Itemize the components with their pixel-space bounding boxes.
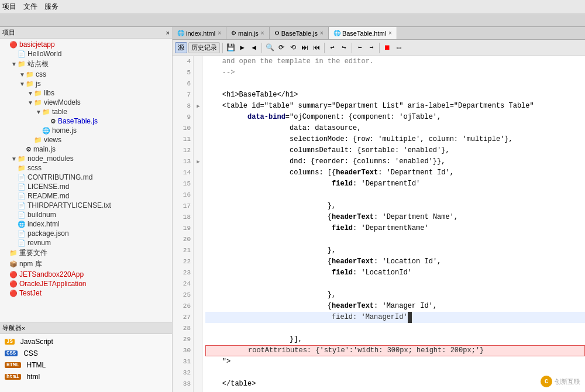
code-tag: </table> (205, 379, 256, 390)
tree-item[interactable]: 📁重要文件 (0, 247, 172, 259)
code-text: field: 'ManagerId' (205, 312, 408, 323)
tree-icon: 📦 (9, 260, 18, 268)
code-line: field: 'ManagerId'| (205, 312, 585, 323)
stop-icon[interactable]: ⏹ (382, 43, 393, 53)
tree-item[interactable]: 🌐home.js (0, 126, 172, 135)
tree-icon: 📁 (26, 80, 34, 88)
tree-label: package.json (27, 229, 69, 238)
gutter-cell (194, 56, 203, 67)
line-number: 34 (175, 390, 191, 392)
history-button[interactable]: 历史记录 (188, 42, 220, 53)
toolbar-icon-10[interactable]: ⬅ (355, 43, 365, 53)
tree-item[interactable]: 🌐index.html (0, 219, 172, 229)
toolbar-icon-3[interactable]: ◀ (249, 43, 259, 53)
toolbar-icon-11[interactable]: ➡ (366, 43, 377, 53)
menu-item-project[interactable]: 项目 (2, 2, 16, 12)
tree-icon: 📁 (42, 108, 50, 116)
tab-main-js[interactable]: ⚙main.js× (226, 27, 270, 39)
toolbar-icon-6[interactable]: ⏭ (300, 43, 310, 53)
tab-close-index-html[interactable]: × (218, 30, 221, 36)
gutter-cell (194, 379, 203, 390)
tab-basetable-js[interactable]: ⚙BaseTable.js× (270, 27, 329, 39)
code-content[interactable]: and open the template in the editor. -->… (203, 56, 585, 392)
menu-item-service[interactable]: 服务 (44, 2, 58, 12)
tree-item[interactable]: 🔴basicjetapp (0, 40, 172, 49)
tab-close-basetable-html[interactable]: × (388, 30, 392, 36)
code-editor[interactable]: 4567891011121314151617181920212223242526… (173, 56, 585, 392)
code-line: selectionMode: {row: 'multiple', column:… (205, 134, 585, 145)
source-button[interactable]: 源 (175, 42, 187, 53)
search-icon[interactable]: 🔍 (264, 43, 275, 53)
tree-item[interactable]: 📦npm 库 (0, 259, 172, 270)
tree-item[interactable]: ▼📁站点根 (0, 59, 172, 70)
watermark-text: 创新互联 (555, 377, 580, 386)
tree-item[interactable]: 🔴JETSandbox220App (0, 270, 172, 279)
tree-item[interactable]: ▼📁libs (0, 88, 172, 98)
tree-arrow: ▼ (27, 99, 34, 106)
code-text: dnd: {reorder: {columns: 'enabled'}}, (205, 156, 445, 167)
tree-item[interactable]: ▼📁table (0, 107, 172, 116)
code-tag: <table id="table" summary="Department Li… (205, 101, 534, 112)
nav-item[interactable]: HTMLHTML (2, 360, 170, 370)
tree-item[interactable]: ▼📁node_modules (0, 154, 172, 163)
tree-item[interactable]: 🔴OracleJETApplication (0, 279, 172, 288)
toolbar-icon-12[interactable]: ▭ (394, 43, 404, 53)
tab-icon-main-js: ⚙ (231, 30, 236, 36)
gutter-cell (194, 301, 203, 312)
tree-icon: 📁 (34, 136, 42, 144)
toolbar-icon-8[interactable]: ↩ (327, 43, 338, 53)
navigator-close-icon[interactable]: × (22, 325, 25, 332)
tab-index-html[interactable]: 🌐index.html× (173, 27, 226, 39)
tab-close-main-js[interactable]: × (261, 30, 264, 36)
tree-item[interactable]: ⚙main.js (0, 145, 172, 154)
code-line: and open the template in the editor. (205, 56, 585, 67)
nav-item[interactable]: htmlhtml (2, 372, 170, 382)
tree-label: npm 库 (19, 259, 42, 269)
toolbar-icon-5[interactable]: ⟲ (288, 43, 298, 53)
nav-type-icon: JS (5, 339, 15, 345)
tree-item[interactable]: 📄THIRDPARTYLICENSE.txt (0, 201, 172, 210)
tree-item[interactable]: 📄buildnum (0, 210, 172, 219)
nav-item[interactable]: CSSCSS (2, 348, 170, 359)
line-number: 10 (175, 123, 191, 134)
tree-item[interactable]: 📄CONTRIBUTING.md (0, 173, 172, 182)
menu-item-file[interactable]: 文件 (23, 2, 37, 12)
tree-item[interactable]: 📄package.json (0, 229, 172, 238)
tree-item[interactable]: ⚙BaseTable.js (0, 116, 172, 126)
tree-item[interactable]: ▼📁viewModels (0, 98, 172, 107)
toolbar-icon-9[interactable]: ↪ (339, 43, 349, 53)
code-line: data: datasource, (205, 123, 585, 134)
tree-item[interactable]: 📄LICENSE.md (0, 182, 172, 191)
line-number: 19 (175, 223, 191, 234)
tree-item[interactable]: 📁views (0, 135, 172, 145)
code-line: columns: [{headerText: 'Department Id', (205, 167, 585, 178)
code-line (205, 234, 585, 245)
tree-label: BaseTable.js (58, 117, 98, 125)
gutter-cell (194, 167, 203, 178)
tree-item[interactable]: 📄README.md (0, 191, 172, 201)
tab-basetable-html[interactable]: 🌐BaseTable.html× (329, 27, 397, 39)
tree-item[interactable]: ▼📁js (0, 79, 172, 88)
panel-close-icon[interactable]: × (166, 29, 170, 36)
tree-icon: ⚙ (50, 118, 56, 125)
navigator-panel: 导航器 × JSJavaScriptCSSCSSHTMLHTMLhtmlhtml (0, 322, 172, 392)
line-number: 15 (175, 178, 191, 190)
toolbar-icon-2[interactable]: ▶ (237, 43, 247, 53)
toolbar-icon-4[interactable]: ⟳ (276, 43, 287, 53)
toolbar-separator-1 (222, 43, 223, 53)
tree-label: index.html (27, 220, 60, 228)
code-text: selectionMode: {row: 'multiple', column:… (205, 134, 513, 145)
toolbar-icon-7[interactable]: ⏮ (311, 43, 322, 53)
tree-item[interactable]: ▼📁css (0, 70, 172, 79)
tab-close-basetable-js[interactable]: × (320, 30, 324, 36)
tree-item[interactable]: 📁scss (0, 163, 172, 173)
nav-item[interactable]: JSJavaScript (2, 336, 170, 347)
tree-item[interactable]: 🔴TestJet (0, 288, 172, 298)
tree-icon: 📄 (18, 192, 26, 200)
nav-type-icon: html (5, 374, 21, 380)
tree-item[interactable]: 📄revnum (0, 238, 172, 247)
tree-item[interactable]: 📄HelloWorld (0, 49, 172, 59)
tree-icon: 📄 (18, 239, 26, 247)
save-icon[interactable]: 💾 (225, 43, 236, 53)
gutter-cell (194, 334, 203, 345)
